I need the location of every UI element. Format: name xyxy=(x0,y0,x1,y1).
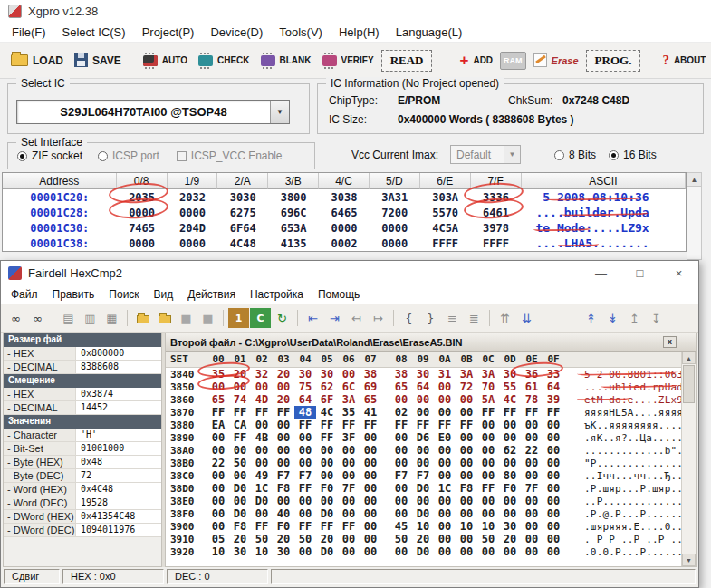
hex-byte[interactable]: 00 xyxy=(294,457,316,469)
hex-byte[interactable]: 00 xyxy=(521,545,543,558)
hex-word-cell[interactable]: 4135 xyxy=(268,236,319,251)
hex-byte[interactable]: 00 xyxy=(229,444,251,457)
hex-byte[interactable]: 3A xyxy=(338,393,360,406)
hex-scrollbar[interactable]: ▲ ▼ xyxy=(681,352,696,566)
hex-byte[interactable]: 00 xyxy=(207,469,229,482)
hex-byte[interactable]: 00 xyxy=(521,431,543,444)
hex-byte[interactable]: 00 xyxy=(456,469,477,482)
hex-byte[interactable]: 00 xyxy=(316,444,338,457)
hex-byte[interactable]: F0 xyxy=(499,482,521,495)
hex-byte[interactable]: 00 xyxy=(543,533,564,545)
hex-byte[interactable]: D0 xyxy=(229,482,251,495)
hex-byte[interactable]: CA xyxy=(229,419,251,431)
check-button[interactable]: CHECK xyxy=(195,46,254,75)
hex-byte[interactable]: 65 xyxy=(360,393,381,406)
hexcmp-menu-item[interactable]: Поиск xyxy=(101,286,146,303)
hex-byte[interactable]: 3A xyxy=(456,368,477,381)
hex-byte[interactable]: 00 xyxy=(207,381,229,393)
brace-close-icon[interactable]: } xyxy=(420,308,441,328)
hex-word-cell[interactable]: 0000 xyxy=(370,220,420,236)
hex-byte[interactable]: 30 xyxy=(229,545,251,558)
hex-byte[interactable]: 00 xyxy=(434,381,456,393)
hex-byte[interactable]: 3F xyxy=(338,431,360,444)
hex-byte[interactable]: 00 xyxy=(390,495,412,507)
hex-word-cell[interactable]: 0000 xyxy=(319,220,370,236)
hex-byte[interactable]: 00 xyxy=(207,482,229,495)
hex-byte[interactable]: 20 xyxy=(412,533,434,545)
hex-byte[interactable]: FF xyxy=(543,406,564,419)
auto-button[interactable]: AUTO xyxy=(139,46,191,75)
hex-byte[interactable]: 00 xyxy=(521,507,543,520)
hex-byte[interactable]: 00 xyxy=(360,507,381,520)
hex-byte[interactable]: FF xyxy=(434,419,456,431)
hex-byte[interactable]: FF xyxy=(316,431,338,444)
hex-byte[interactable]: 00 xyxy=(521,419,543,431)
read-button[interactable]: READ xyxy=(381,50,433,72)
hex-byte[interactable]: 00 xyxy=(338,457,360,469)
hex-byte[interactable]: 70 xyxy=(477,381,499,393)
prev-diff-icon[interactable]: ⇤ xyxy=(303,308,323,328)
hex-byte[interactable]: 00 xyxy=(477,419,499,431)
hex-byte[interactable]: 20 xyxy=(273,368,294,381)
hex-byte[interactable]: F0 xyxy=(273,520,294,533)
hex-byte[interactable]: 00 xyxy=(434,444,456,457)
hex-byte[interactable]: 33 xyxy=(543,368,564,381)
hex-byte[interactable]: 49 xyxy=(251,469,273,482)
hex-byte[interactable]: F8 xyxy=(456,482,477,495)
row-ascii-text[interactable]: ..Р............. xyxy=(584,496,691,507)
hex-byte[interactable]: D0 xyxy=(316,545,338,558)
hex-byte[interactable]: 00 xyxy=(543,507,564,520)
hex-byte[interactable]: F7 xyxy=(294,469,316,482)
verify-button[interactable]: VERIFY xyxy=(319,46,378,75)
hex-byte[interactable]: 00 xyxy=(456,457,477,469)
hex-byte[interactable]: 00 xyxy=(434,533,456,545)
scrollbar-thumb[interactable] xyxy=(683,365,695,403)
next-change-icon[interactable]: ↦ xyxy=(368,308,389,328)
hex-byte[interactable]: FF xyxy=(338,520,360,533)
hex-byte[interactable]: 80 xyxy=(499,469,521,482)
hex-byte[interactable]: 00 xyxy=(338,444,360,457)
hex-byte[interactable]: 00 xyxy=(434,457,456,469)
hex-word-cell[interactable]: 7200 xyxy=(370,205,420,220)
row-ascii-text[interactable]: "P.............. xyxy=(584,458,691,469)
hex-word-cell[interactable]: 6465 xyxy=(319,205,370,220)
hex-byte[interactable]: 1C xyxy=(251,482,273,495)
hex-byte[interactable]: FF xyxy=(456,419,477,431)
minimize-button[interactable]: — xyxy=(581,261,620,284)
hex-byte[interactable]: FF xyxy=(477,482,499,495)
hex-byte[interactable]: 00 xyxy=(316,495,338,507)
hex-byte[interactable]: 20 xyxy=(229,533,251,545)
brace-open-icon[interactable]: { xyxy=(399,308,419,328)
data-width-16bits[interactable]: 16 Bits xyxy=(609,149,657,161)
hex-byte[interactable]: 38 xyxy=(390,368,412,381)
hex-byte[interactable]: FF xyxy=(499,406,521,419)
hex-word-cell[interactable]: 0000 xyxy=(117,205,168,220)
maximize-button[interactable]: □ xyxy=(620,261,659,284)
hex-byte[interactable]: 64 xyxy=(543,381,564,393)
hexcmp-menu-item[interactable]: Действия xyxy=(180,286,243,303)
hex-byte[interactable]: 00 xyxy=(477,495,499,507)
hex-byte[interactable]: 50 xyxy=(477,533,499,545)
hex-byte[interactable]: 48 xyxy=(294,406,316,419)
hex-byte[interactable]: 00 xyxy=(499,545,521,558)
hex-byte[interactable]: F7 xyxy=(273,469,294,482)
hex-byte[interactable]: 00 xyxy=(412,406,434,419)
hexcmp-menu-item[interactable]: Настройка xyxy=(243,286,311,303)
hex-byte[interactable]: 00 xyxy=(521,495,543,507)
hex-byte[interactable]: 00 xyxy=(499,495,521,507)
hex-byte[interactable]: 38 xyxy=(360,368,381,381)
hex-byte[interactable]: 00 xyxy=(251,381,273,393)
hex-byte[interactable]: 00 xyxy=(338,469,360,482)
hex-byte[interactable]: 00 xyxy=(390,444,412,457)
hex-byte[interactable]: 50 xyxy=(251,533,273,545)
hex-byte[interactable]: 5A xyxy=(477,393,499,406)
hex-byte[interactable]: 35 xyxy=(207,368,229,381)
hex-byte[interactable]: FF xyxy=(294,419,316,431)
hex-byte[interactable]: 00 xyxy=(338,507,360,520)
hex-byte[interactable]: 00 xyxy=(456,431,477,444)
single-panel-icon[interactable]: ▤ xyxy=(58,308,79,328)
hex-byte[interactable]: 00 xyxy=(294,507,316,520)
hex-byte[interactable]: 00 xyxy=(360,469,381,482)
hex-byte[interactable]: F7 xyxy=(412,469,434,482)
hex-byte[interactable]: 00 xyxy=(390,482,412,495)
